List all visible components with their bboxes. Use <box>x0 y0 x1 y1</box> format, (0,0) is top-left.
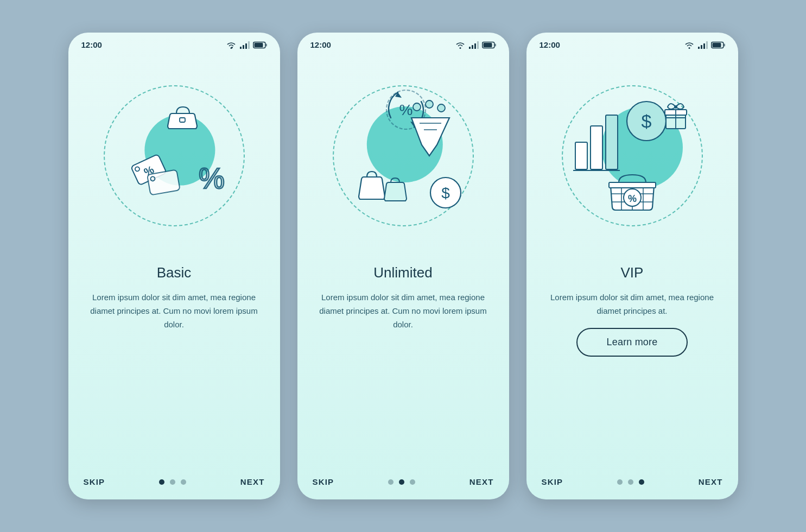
screen-desc-vip: Lorem ipsum dolor sit dim amet, mea regi… <box>546 291 719 318</box>
svg-rect-18 <box>474 43 476 49</box>
skip-button-unlimited[interactable]: SKIP <box>313 477 334 486</box>
svg-rect-2 <box>243 45 244 49</box>
status-time-vip: 12:00 <box>540 40 560 49</box>
status-time-basic: 12:00 <box>81 40 102 49</box>
unlimited-illustration-svg: % <box>325 77 482 235</box>
svg-rect-35 <box>698 47 700 49</box>
content-basic: Basic Lorem ipsum dolor sit dim amet, me… <box>68 259 280 341</box>
svg-text:%: % <box>627 193 636 204</box>
screen-unlimited: 12:00 <box>297 33 509 499</box>
screen-vip: 12:00 <box>526 33 738 499</box>
bottom-nav-basic: SKIP NEXT <box>68 467 280 499</box>
svg-rect-38 <box>706 41 708 49</box>
svg-point-15 <box>459 47 461 49</box>
screen-title-vip: VIP <box>621 264 644 281</box>
battery-icon <box>482 41 496 49</box>
svg-rect-22 <box>494 43 496 46</box>
next-button-vip[interactable]: NEXT <box>699 477 723 486</box>
vip-illustration-svg: $ <box>554 77 711 235</box>
dots-unlimited <box>388 479 415 485</box>
content-vip: VIP Lorem ipsum dolor sit dim amet, mea … <box>526 259 738 361</box>
svg-rect-21 <box>483 43 492 47</box>
dot-3-vip <box>639 479 644 485</box>
svg-rect-36 <box>701 45 702 49</box>
screen-desc-unlimited: Lorem ipsum dolor sit dim amet, mea regi… <box>317 291 490 331</box>
svg-rect-59 <box>609 182 656 188</box>
svg-point-28 <box>426 100 433 108</box>
screen-basic: 12:00 <box>68 33 280 499</box>
svg-text:%: % <box>199 162 225 194</box>
illustration-unlimited: % <box>297 53 509 259</box>
svg-text:$: $ <box>641 111 651 131</box>
wifi-icon <box>684 41 695 49</box>
battery-icon <box>711 41 725 49</box>
svg-rect-40 <box>712 43 721 47</box>
screen-desc-basic: Lorem ipsum dolor sit dim amet, mea regi… <box>88 291 261 331</box>
svg-rect-3 <box>245 43 247 49</box>
status-bar-vip: 12:00 <box>526 33 738 53</box>
illustration-basic: % % <box>68 53 280 259</box>
dot-1-basic <box>159 479 164 485</box>
svg-text:$: $ <box>441 185 450 201</box>
dot-2-basic <box>170 479 175 485</box>
skip-button-basic[interactable]: SKIP <box>84 477 105 486</box>
status-bar-unlimited: 12:00 <box>297 33 509 53</box>
wifi-icon <box>455 41 466 49</box>
svg-rect-1 <box>240 47 242 49</box>
svg-rect-16 <box>469 47 471 49</box>
screens-container: 12:00 <box>68 33 738 499</box>
basic-illustration-svg: % % <box>98 80 250 232</box>
svg-point-48 <box>674 105 677 109</box>
next-button-basic[interactable]: NEXT <box>240 477 265 486</box>
wifi-icon <box>226 41 237 49</box>
signal-icon <box>240 41 250 49</box>
skip-button-vip[interactable]: SKIP <box>542 477 563 486</box>
screen-title-unlimited: Unlimited <box>373 264 432 281</box>
svg-text:%: % <box>399 102 412 118</box>
status-bar-basic: 12:00 <box>68 33 280 53</box>
dot-1-unlimited <box>388 479 394 485</box>
bottom-nav-unlimited: SKIP NEXT <box>297 467 509 499</box>
svg-point-0 <box>230 47 232 49</box>
dots-vip <box>617 479 644 485</box>
status-icons-vip <box>684 41 725 49</box>
status-icons-unlimited <box>455 41 496 49</box>
content-unlimited: Unlimited Lorem ipsum dolor sit dim amet… <box>297 259 509 341</box>
battery-icon <box>253 41 267 49</box>
svg-rect-6 <box>254 43 263 47</box>
dot-2-vip <box>628 479 633 485</box>
svg-point-27 <box>413 103 421 111</box>
signal-icon <box>469 41 479 49</box>
svg-rect-43 <box>591 126 602 169</box>
dots-basic <box>159 479 186 485</box>
next-button-unlimited[interactable]: NEXT <box>469 477 494 486</box>
dot-3-unlimited <box>410 479 415 485</box>
svg-point-34 <box>688 47 690 49</box>
learn-more-button[interactable]: Learn more <box>576 328 688 357</box>
svg-rect-12 <box>147 169 180 195</box>
svg-rect-42 <box>575 142 587 169</box>
bottom-nav-vip: SKIP NEXT <box>526 467 738 499</box>
svg-rect-19 <box>477 41 479 49</box>
screen-title-basic: Basic <box>157 264 192 281</box>
dot-1-vip <box>617 479 623 485</box>
svg-rect-4 <box>248 41 250 49</box>
signal-icon <box>698 41 708 49</box>
svg-rect-44 <box>606 115 618 169</box>
dot-3-basic <box>181 479 186 485</box>
status-time-unlimited: 12:00 <box>310 40 331 49</box>
status-icons-basic <box>226 41 267 49</box>
svg-rect-41 <box>724 43 725 46</box>
dot-2-unlimited <box>399 479 404 485</box>
svg-rect-7 <box>265 43 267 46</box>
svg-rect-37 <box>703 43 705 49</box>
svg-rect-17 <box>472 45 473 49</box>
svg-point-29 <box>437 104 445 112</box>
illustration-vip: $ <box>526 53 738 259</box>
